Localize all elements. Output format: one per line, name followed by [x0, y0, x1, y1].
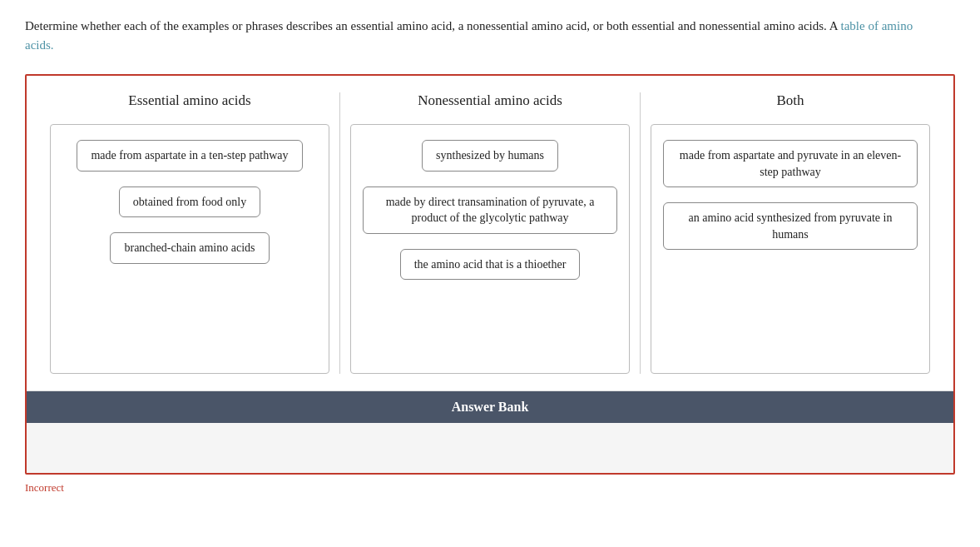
card-branched-chain[interactable]: branched-chain amino acids: [110, 232, 269, 264]
columns-area: Essential amino acids made from aspartat…: [27, 76, 953, 391]
card-synthesized-humans[interactable]: synthesized by humans: [422, 140, 558, 172]
card-aspartate-pyruvate-eleven[interactable]: made from aspartate and pyruvate in an e…: [663, 140, 918, 187]
column-both: Both made from aspartate and pyruvate in…: [641, 92, 940, 374]
column-nonessential: Nonessential amino acids synthesized by …: [340, 92, 641, 374]
column-essential: Essential amino acids made from aspartat…: [40, 92, 340, 374]
card-transamination-pyruvate[interactable]: made by direct transamination of pyruvat…: [363, 186, 617, 234]
main-container: Essential amino acids made from aspartat…: [25, 74, 955, 475]
essential-drop-zone[interactable]: made from aspartate in a ten-step pathwa…: [50, 124, 329, 374]
both-header: Both: [776, 92, 804, 109]
both-drop-zone[interactable]: made from aspartate and pyruvate in an e…: [651, 124, 930, 374]
incorrect-label: Incorrect: [25, 481, 955, 495]
answer-bank-header: Answer Bank: [27, 391, 953, 423]
nonessential-drop-zone[interactable]: synthesized by humans made by direct tra…: [350, 124, 630, 374]
nonessential-header: Nonessential amino acids: [418, 92, 562, 109]
card-synthesized-pyruvate-humans[interactable]: an amino acid synthesized from pyruvate …: [663, 202, 918, 250]
intro-paragraph: Determine whether each of the examples o…: [25, 17, 940, 54]
answer-bank-label: Answer Bank: [452, 400, 529, 414]
answer-bank-body[interactable]: [27, 423, 953, 473]
card-thioether[interactable]: the amino acid that is a thioether: [400, 249, 581, 281]
essential-header: Essential amino acids: [128, 92, 250, 109]
card-aspartate-ten-step[interactable]: made from aspartate in a ten-step pathwa…: [77, 140, 302, 172]
card-obtained-food[interactable]: obtained from food only: [119, 186, 260, 218]
intro-text-part1: Determine whether each of the examples o…: [25, 19, 841, 32]
